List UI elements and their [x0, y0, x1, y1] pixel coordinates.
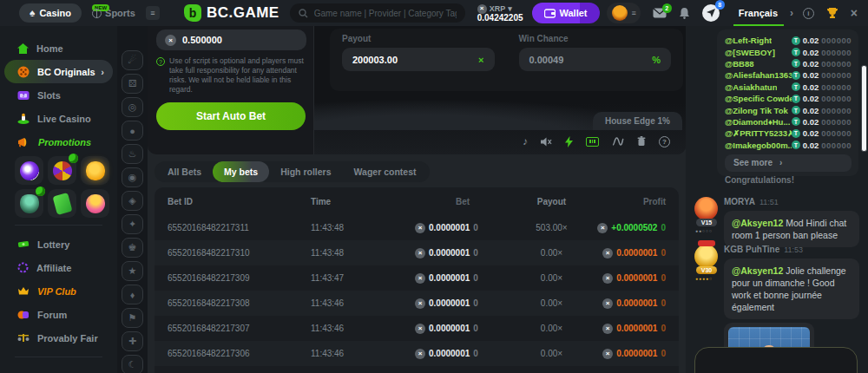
- table-row[interactable]: 65520168482217311 11:43:48 ×0.00000010 5…: [155, 215, 679, 240]
- winner-item[interactable]: @Diamond♦Hu...T0.02000000: [725, 116, 852, 128]
- winner-amount: 0.02: [803, 36, 819, 45]
- trends-icon[interactable]: [612, 137, 624, 146]
- game-rail-icon[interactable]: ♦: [122, 285, 143, 304]
- notifications-button[interactable]: [679, 7, 690, 19]
- sidebar-item-lottery[interactable]: Lottery: [0, 232, 117, 256]
- game-rail-icon[interactable]: ⚑: [122, 308, 143, 328]
- sidebar-item-live-casino[interactable]: Live Casino: [0, 107, 117, 130]
- game-rail-icon[interactable]: ◉: [122, 167, 143, 187]
- info-icon[interactable]: i: [803, 8, 814, 19]
- game-rail-icon[interactable]: ◈: [122, 191, 143, 211]
- sound-toggle-icon[interactable]: [541, 137, 552, 147]
- bet-amount-input[interactable]: × 0.500000: [156, 29, 306, 50]
- table-row[interactable]: 65520168482217306 11:43:46 ×0.00000010 0…: [155, 341, 679, 366]
- winner-item[interactable]: @✗PRITTY5233✗T0.02000000: [725, 128, 852, 139]
- user-avatar[interactable]: [694, 197, 718, 220]
- sidebar-item-promotions[interactable]: Promotions: [0, 130, 117, 154]
- winner-amount: 0.02: [803, 128, 819, 138]
- game-rail-icon[interactable]: ☾: [122, 355, 143, 373]
- chat-scrollbar[interactable]: [861, 65, 867, 152]
- winner-item[interactable]: @Zilong Tik TokT0.02000000: [725, 104, 852, 115]
- game-rail-icon[interactable]: ✦: [122, 214, 143, 234]
- winner-name: @[SWEBOY]: [725, 48, 775, 57]
- bet-amount: 0.0000001: [429, 324, 470, 333]
- winner-item[interactable]: @Left-RightT0.02000000: [725, 35, 852, 46]
- language-selector[interactable]: Français ›: [739, 0, 793, 26]
- turbo-icon[interactable]: [565, 136, 573, 147]
- winner-item[interactable]: @Specific CowdenT0.02000000: [725, 93, 852, 104]
- game-search[interactable]: [290, 3, 465, 23]
- close-icon[interactable]: ×: [851, 6, 858, 20]
- casino-toggle-label: Casino: [39, 8, 71, 18]
- sidebar-item-bc-originals[interactable]: BC Originals ›: [4, 60, 113, 83]
- table-row[interactable]: 65520168482217308 11:43:46 ×0.00000010 0…: [155, 291, 679, 316]
- sidebar-item-forum[interactable]: Forum: [0, 303, 117, 326]
- wallet-button[interactable]: Wallet: [532, 3, 600, 23]
- bc-game-logo[interactable]: b BC.GAME: [184, 4, 279, 22]
- sidebar-item-vip-club[interactable]: VIP Club: [0, 279, 117, 303]
- tab-all-bets[interactable]: All Bets: [156, 161, 213, 182]
- help-icon[interactable]: ?: [659, 136, 670, 147]
- game-rail-icon[interactable]: ◎: [122, 97, 143, 117]
- game-rail-icon[interactable]: ●: [122, 121, 143, 141]
- sidebar-item-affiliate[interactable]: Affiliate: [0, 256, 117, 279]
- winner-item[interactable]: @Aliesfahan1363T0.02000000: [725, 69, 852, 81]
- payout-input[interactable]: 200003.00 ×: [342, 48, 495, 71]
- sports-toggle[interactable]: NEW Sports: [87, 8, 141, 18]
- chat-input[interactable]: [694, 347, 858, 373]
- moon-badge-icon: [36, 186, 45, 196]
- script-disclaimer: ? Use of script is optional and players …: [156, 56, 306, 95]
- promo-tile-rewards[interactable]: [81, 189, 109, 218]
- casino-toggle[interactable]: ♠ Casino: [19, 3, 82, 23]
- bet-amount: 0.0000001: [429, 273, 470, 283]
- game-rail-icon[interactable]: ★: [122, 261, 143, 281]
- user-avatar[interactable]: [612, 5, 628, 21]
- table-row[interactable]: 65520168482217310 11:43:48 ×0.00000010 0…: [155, 240, 679, 265]
- promo-tile-rakeback[interactable]: [15, 189, 43, 218]
- promo-tile-wheel[interactable]: [48, 156, 76, 185]
- winner-item[interactable]: @AsiakhatunT0.02000000: [725, 82, 852, 93]
- tab-high-rollers[interactable]: High rollers: [269, 161, 342, 182]
- promo-tile-piggy[interactable]: [81, 156, 109, 185]
- table-row[interactable]: 65520168482217309 11:43:47 ×0.00000010 0…: [155, 265, 679, 291]
- game-rail-icon[interactable]: ☄: [122, 50, 143, 70]
- tab-wager-contest[interactable]: Wager contest: [343, 161, 428, 182]
- table-row[interactable]: 65520168482217307 11:43:46 ×0.00000010 0…: [155, 316, 679, 341]
- sidebar-item-slots[interactable]: 7 Slots: [0, 83, 117, 107]
- mention-link[interactable]: @Aksyen12: [732, 265, 783, 276]
- mail-button[interactable]: 2: [653, 8, 667, 18]
- tab-my-bets[interactable]: My bets: [213, 161, 269, 182]
- bet-amount-trailing: 0: [473, 248, 478, 258]
- sidebar-item-provably-fair[interactable]: Provably Fair: [0, 326, 117, 350]
- music-toggle-icon[interactable]: ♪: [523, 135, 528, 147]
- hotkeys-icon[interactable]: [586, 137, 599, 147]
- sidebar-item-label: Live Casino: [37, 114, 91, 124]
- wallet-label: Wallet: [560, 8, 588, 18]
- start-auto-bet-button[interactable]: Start Auto Bet: [156, 102, 306, 130]
- promo-tile-bonus[interactable]: [48, 189, 76, 218]
- promo-tile-spin[interactable]: [15, 156, 43, 185]
- see-more-button[interactable]: See more ›: [725, 154, 852, 172]
- basketball-icon: [92, 9, 102, 18]
- game-rail-icon[interactable]: ⚄: [122, 74, 143, 94]
- user-avatar[interactable]: [694, 245, 718, 268]
- win-chance-input[interactable]: 0.00049 %: [519, 48, 672, 71]
- game-rail-icon[interactable]: ✚: [122, 331, 143, 351]
- sidebar-item-home[interactable]: Home: [0, 36, 117, 60]
- chat-toggle-button[interactable]: 8: [702, 4, 720, 22]
- winner-item[interactable]: @BB88T0.02000000: [725, 58, 852, 69]
- winner-item[interactable]: @[SWEBOY]T0.02000000: [725, 46, 852, 57]
- search-input[interactable]: [314, 9, 457, 18]
- xrp-coin-icon: ×: [602, 349, 613, 359]
- winner-item[interactable]: @Imakegob00m...T0.02000000: [725, 140, 852, 151]
- mention-link[interactable]: @Aksyen12: [732, 218, 783, 228]
- table-header: Bet ID Time Bet Payout Profit: [155, 187, 679, 215]
- menu-icon[interactable]: ≡: [146, 6, 160, 20]
- seed-icon[interactable]: [637, 136, 646, 147]
- game-rail-icon[interactable]: ♚: [122, 238, 143, 258]
- tether-coin-icon: T: [792, 141, 800, 149]
- game-rail-icon[interactable]: ♨: [122, 144, 143, 164]
- profile-menu[interactable]: ≡: [607, 3, 641, 23]
- trophy-icon[interactable]: [826, 7, 838, 19]
- balance-selector[interactable]: × XRP ▾ 0.04242205: [477, 4, 523, 23]
